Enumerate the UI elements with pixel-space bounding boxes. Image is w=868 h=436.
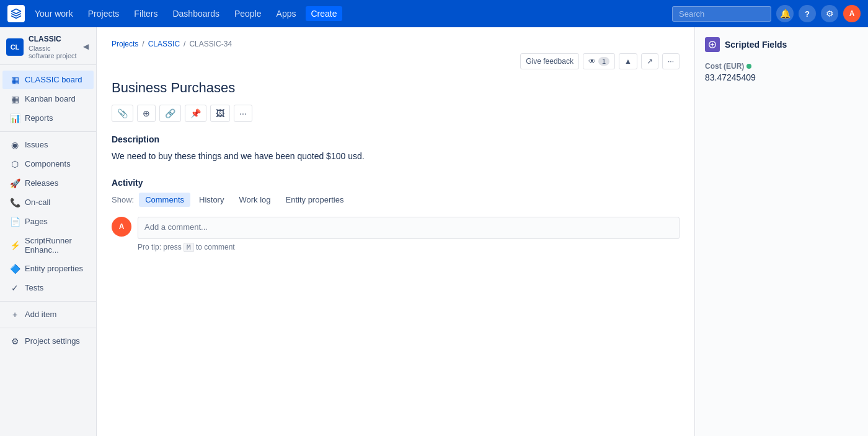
comment-input[interactable]: Add a comment... bbox=[138, 217, 680, 239]
sidebar-item-label: CLASSIC board bbox=[25, 75, 82, 84]
scriptrunner-icon: ⚡ bbox=[10, 240, 20, 250]
nav-apps[interactable]: Apps bbox=[272, 6, 301, 21]
link-icon: 🔗 bbox=[165, 108, 175, 118]
tab-comments[interactable]: Comments bbox=[139, 193, 190, 207]
top-navigation: Your work Projects Filters Dashboards Pe… bbox=[0, 0, 868, 27]
breadcrumb-issue-key: CLASSIC-34 bbox=[189, 40, 232, 48]
sidebar-item-issues[interactable]: ◉ Issues bbox=[2, 136, 94, 154]
image-icon: 🖼 bbox=[216, 108, 224, 118]
reports-icon: 📊 bbox=[10, 113, 20, 123]
issue-toolbar: 📎 ⊕ 🔗 📌 🖼 ··· bbox=[112, 105, 680, 122]
sidebar-item-pages[interactable]: 📄 Pages bbox=[2, 212, 94, 231]
more-actions-button[interactable]: ··· bbox=[662, 53, 680, 69]
jira-logo[interactable] bbox=[7, 5, 25, 22]
link-button[interactable]: 🔗 bbox=[159, 105, 181, 122]
pro-tip-suffix: to comment bbox=[196, 243, 235, 251]
watch-count: 1 bbox=[598, 57, 609, 66]
sidebar-item-label: Issues bbox=[25, 140, 48, 149]
sidebar-item-project-settings[interactable]: ⚙ Project settings bbox=[2, 332, 94, 351]
breadcrumb-projects[interactable]: Projects bbox=[112, 40, 138, 48]
settings-icon: ⚙ bbox=[10, 336, 20, 346]
sidebar-item-tests[interactable]: ✓ Tests bbox=[2, 279, 94, 297]
settings-icon[interactable]: ⚙ bbox=[821, 5, 838, 22]
entity-properties-icon: 🔷 bbox=[10, 264, 20, 274]
main-layout: CL CLASSIC Classic software project ◀ ▦ … bbox=[0, 27, 868, 436]
sidebar-item-label: Kanban board bbox=[25, 94, 76, 103]
tab-work-log[interactable]: Work log bbox=[232, 193, 277, 207]
project-name: CLASSIC bbox=[29, 35, 78, 45]
breadcrumb-sep-2: / bbox=[184, 40, 185, 48]
give-feedback-button[interactable]: Give feedback bbox=[520, 53, 579, 69]
pro-tip-key: M bbox=[184, 243, 194, 252]
show-label: Show: bbox=[112, 195, 134, 204]
sidebar-item-label: Releases bbox=[25, 178, 58, 188]
activity-title: Activity bbox=[112, 178, 680, 188]
on-call-icon: 📞 bbox=[10, 198, 20, 207]
sidebar-item-kanban-board[interactable]: ▦ Kanban board bbox=[2, 90, 94, 108]
more-toolbar-icon: ··· bbox=[239, 108, 247, 118]
right-panel: Scripted Fields Cost (EUR) 83.47245409 bbox=[694, 27, 868, 436]
sidebar-item-on-call[interactable]: 📞 On-call bbox=[2, 193, 94, 212]
nav-dashboards[interactable]: Dashboards bbox=[167, 6, 224, 21]
sidebar-item-scriptrunner[interactable]: ⚡ ScriptRunner Enhanc... bbox=[2, 232, 94, 259]
vote-button[interactable]: ▲ bbox=[619, 53, 637, 69]
sidebar-item-entity-properties[interactable]: 🔷 Entity properties bbox=[2, 259, 94, 278]
sidebar-item-label: Entity properties bbox=[25, 264, 83, 273]
sidebar-project: CL CLASSIC Classic software project ◀ bbox=[0, 27, 96, 65]
sidebar-item-label: Project settings bbox=[25, 336, 80, 346]
sidebar-item-reports[interactable]: 📊 Reports bbox=[2, 109, 94, 128]
sidebar-divider-1 bbox=[0, 131, 96, 132]
field-value-cost: 83.47245409 bbox=[705, 72, 858, 82]
nav-create[interactable]: Create bbox=[306, 6, 342, 21]
sidebar-item-classic-board[interactable]: ▦ CLASSIC board bbox=[2, 71, 94, 89]
image-button[interactable]: 🖼 bbox=[210, 105, 230, 122]
tests-icon: ✓ bbox=[10, 283, 20, 293]
breadcrumb-classic[interactable]: CLASSIC bbox=[148, 40, 180, 48]
components-icon: ⬡ bbox=[10, 159, 20, 169]
project-icon: CL bbox=[6, 38, 24, 56]
user-avatar[interactable]: A bbox=[843, 5, 861, 22]
sidebar-item-releases[interactable]: 🚀 Releases bbox=[2, 174, 94, 193]
tab-history[interactable]: History bbox=[193, 193, 230, 207]
watch-icon: 👁 bbox=[588, 57, 596, 66]
tab-entity-properties[interactable]: Entity properties bbox=[280, 193, 350, 207]
sidebar-item-add-item[interactable]: + Add item bbox=[2, 305, 94, 324]
attach-button[interactable]: 📎 bbox=[112, 105, 133, 122]
board-icon: ▦ bbox=[10, 75, 20, 85]
search-input[interactable] bbox=[672, 6, 771, 22]
issue-title: Business Purchases bbox=[112, 79, 680, 97]
share-button[interactable]: ↗ bbox=[641, 53, 658, 69]
nav-projects[interactable]: Projects bbox=[83, 6, 125, 21]
sidebar-item-components[interactable]: ⬡ Components bbox=[2, 155, 94, 173]
releases-icon: 🚀 bbox=[10, 178, 20, 188]
sidebar-item-label: Reports bbox=[25, 113, 53, 123]
issue-actions: Give feedback 👁 1 ▲ ↗ ··· bbox=[112, 53, 680, 69]
add-icon: + bbox=[10, 310, 20, 320]
sidebar-collapse-icon[interactable]: ◀ bbox=[83, 42, 90, 52]
sidebar-divider-2 bbox=[0, 301, 96, 302]
help-icon[interactable]: ? bbox=[799, 5, 816, 22]
nav-people[interactable]: People bbox=[229, 6, 267, 21]
field-row-cost: Cost (EUR) 83.47245409 bbox=[705, 62, 858, 82]
comment-row: A Add a comment... bbox=[112, 217, 680, 239]
sidebar-navigation: ▦ CLASSIC board ▦ Kanban board 📊 Reports… bbox=[0, 65, 96, 436]
child-issue-button[interactable]: ⊕ bbox=[137, 105, 156, 122]
pro-tip-prefix: Pro tip: press bbox=[138, 243, 182, 251]
scripted-fields-icon bbox=[705, 37, 720, 52]
nav-your-work[interactable]: Your work bbox=[30, 6, 78, 21]
field-status-indicator bbox=[746, 64, 751, 69]
sidebar-item-label: Tests bbox=[25, 283, 43, 292]
share-icon: ↗ bbox=[647, 57, 653, 66]
more-icon: ··· bbox=[668, 57, 674, 66]
field-label-cost: Cost (EUR) bbox=[705, 62, 858, 71]
watch-button[interactable]: 👁 1 bbox=[583, 53, 615, 69]
more-toolbar-button[interactable]: ··· bbox=[234, 105, 252, 122]
pages-icon: 📄 bbox=[10, 217, 20, 227]
activity-tabs: Show: Comments History Work log Entity p… bbox=[112, 193, 680, 207]
notifications-icon[interactable]: 🔔 bbox=[776, 5, 794, 22]
nav-filters[interactable]: Filters bbox=[129, 6, 162, 21]
attach-icon: 📎 bbox=[117, 108, 128, 118]
kanban-icon: ▦ bbox=[10, 94, 20, 104]
pin-button[interactable]: 📌 bbox=[185, 105, 206, 122]
pin-icon: 📌 bbox=[190, 108, 201, 118]
